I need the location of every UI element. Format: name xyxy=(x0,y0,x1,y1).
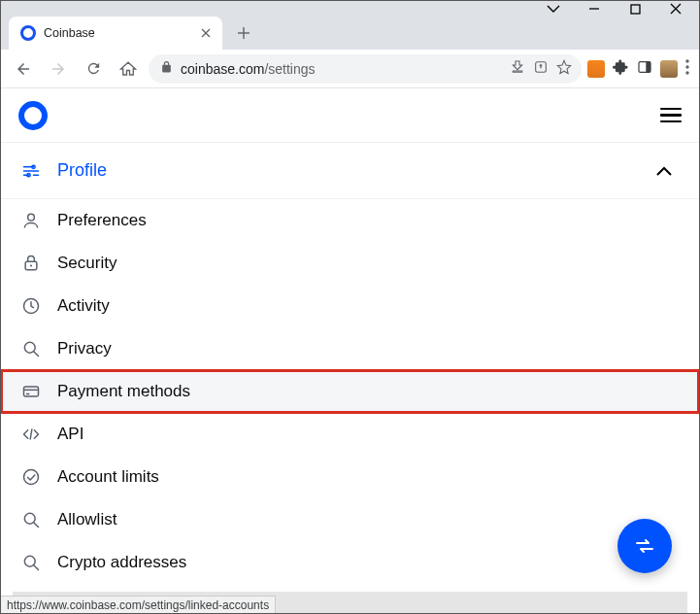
search-icon xyxy=(20,338,42,359)
address-bar[interactable]: coinbase.com/settings xyxy=(149,54,582,84)
reload-button[interactable] xyxy=(79,54,108,84)
tab-strip: Coinbase xyxy=(1,15,699,50)
svg-point-16 xyxy=(28,214,35,221)
search-icon xyxy=(20,509,42,530)
menu-hamburger-icon[interactable] xyxy=(660,108,682,123)
user-icon xyxy=(20,210,42,231)
nav-label: Activity xyxy=(57,296,110,316)
svg-line-28 xyxy=(34,523,39,528)
metamask-extension-icon[interactable] xyxy=(587,60,605,78)
transfer-fab-button[interactable] xyxy=(617,519,672,573)
cat-extension-icon[interactable] xyxy=(660,60,678,78)
svg-point-12 xyxy=(685,65,688,68)
check-circle-icon xyxy=(20,466,42,488)
home-button[interactable] xyxy=(114,54,143,84)
page-header xyxy=(1,88,699,143)
code-icon xyxy=(20,424,42,445)
coinbase-favicon-icon xyxy=(20,25,36,41)
nav-preferences[interactable]: Preferences xyxy=(1,199,699,242)
kebab-menu-icon[interactable] xyxy=(685,59,689,79)
page-scroll-area[interactable]: Profile Preferences Security Activity Pr… xyxy=(1,88,699,614)
chrome-chevron-icon[interactable] xyxy=(546,2,561,16)
clock-icon xyxy=(20,295,42,317)
nav-label: Security xyxy=(57,254,117,273)
maximize-button[interactable] xyxy=(627,2,643,16)
url-text: coinbase.com/settings xyxy=(181,61,502,77)
swap-arrows-icon xyxy=(633,534,656,558)
extensions-puzzle-icon[interactable] xyxy=(613,58,629,79)
nav-label: Privacy xyxy=(57,339,112,358)
extensions-row xyxy=(587,58,691,79)
nav-label: Allowlist xyxy=(57,510,117,529)
svg-rect-22 xyxy=(24,387,39,396)
nav-crypto-addresses[interactable]: Crypto addresses xyxy=(1,541,699,584)
nav-label: Crypto addresses xyxy=(57,553,186,572)
nav-payment-methods[interactable]: Payment methods xyxy=(1,370,699,413)
svg-rect-10 xyxy=(646,61,650,72)
nav-label: Preferences xyxy=(57,211,147,230)
side-panel-icon[interactable] xyxy=(637,59,652,79)
sliders-icon xyxy=(20,160,42,182)
credit-card-icon xyxy=(20,381,42,402)
install-app-icon[interactable] xyxy=(510,59,525,78)
browser-tab[interactable]: Coinbase xyxy=(9,17,222,50)
nav-label: Payment methods xyxy=(57,382,190,401)
nav-allowlist[interactable]: Allowlist xyxy=(1,498,699,541)
tab-title: Coinbase xyxy=(44,26,191,40)
svg-point-11 xyxy=(685,59,688,62)
svg-point-13 xyxy=(685,71,688,74)
share-icon[interactable] xyxy=(533,59,549,78)
nav-label: Account limits xyxy=(57,467,159,487)
lock-outline-icon xyxy=(20,253,42,274)
nav-label: API xyxy=(57,425,83,444)
search-icon xyxy=(20,552,42,573)
profile-section-header[interactable]: Profile xyxy=(1,143,699,199)
svg-point-26 xyxy=(24,470,39,485)
nav-security[interactable]: Security xyxy=(1,242,699,285)
svg-line-30 xyxy=(34,565,39,570)
svg-rect-1 xyxy=(631,5,640,14)
nav-privacy[interactable]: Privacy xyxy=(1,327,699,370)
browser-status-bar: https://www.coinbase.com/settings/linked… xyxy=(1,596,276,614)
page-viewport: Profile Preferences Security Activity Pr… xyxy=(1,88,699,614)
browser-toolbar: coinbase.com/settings xyxy=(1,50,699,88)
nav-activity[interactable]: Activity xyxy=(1,285,699,327)
svg-point-18 xyxy=(30,264,32,266)
bookmark-star-icon[interactable] xyxy=(556,59,572,78)
section-title: Profile xyxy=(57,160,641,181)
nav-account-limits[interactable]: Account limits xyxy=(1,456,699,498)
chevron-up-icon xyxy=(656,162,672,180)
status-url: https://www.coinbase.com/settings/linked… xyxy=(7,598,269,612)
forward-button[interactable] xyxy=(44,54,73,84)
close-window-button[interactable] xyxy=(668,2,683,16)
lock-icon xyxy=(160,60,173,77)
nav-api[interactable]: API xyxy=(1,413,699,456)
coinbase-logo-icon[interactable] xyxy=(18,101,48,130)
window-controls xyxy=(1,1,699,15)
svg-line-21 xyxy=(34,352,39,357)
new-tab-button[interactable] xyxy=(230,19,257,47)
back-button[interactable] xyxy=(9,54,38,84)
svg-line-25 xyxy=(30,429,32,439)
close-tab-button[interactable] xyxy=(199,26,213,40)
minimize-button[interactable] xyxy=(586,2,602,16)
